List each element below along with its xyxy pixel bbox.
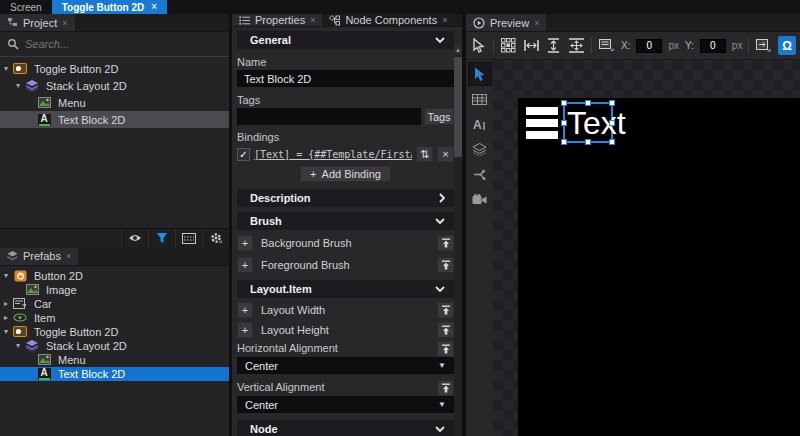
table-tool-button[interactable] [468,87,492,111]
prefab-item-menu[interactable]: Menu [0,353,229,367]
close-icon[interactable]: × [66,251,71,261]
expand-arrow-icon[interactable]: ▾ [0,327,12,336]
binding-priority-button[interactable]: ⇅ [416,146,433,162]
resize-handle-nw[interactable] [561,100,567,106]
add-binding-button[interactable]: + Add Binding [300,166,391,182]
tab-node-components[interactable]: Node Components × [322,14,454,26]
section-node[interactable]: Node [237,420,454,436]
add-layout-width-button[interactable]: + [237,302,253,318]
push-to-prefab-button[interactable] [437,235,454,251]
align-menu-button[interactable] [598,37,615,55]
resize-handle-sw[interactable] [561,139,567,145]
close-icon[interactable]: × [310,15,315,25]
prefab-item-button-2d[interactable]: ▾ Button 2D [0,269,229,283]
tree-item-label: Toggle Button 2D [34,63,118,75]
push-to-prefab-button[interactable] [437,257,454,273]
state-tool-button[interactable] [468,162,492,186]
resize-handle-n[interactable] [585,100,591,106]
close-icon[interactable]: × [62,18,67,28]
expand-arrow-icon[interactable]: ▾ [0,64,12,73]
y-coordinate-field[interactable] [700,39,726,53]
collapse-arrow-icon[interactable]: ▸ [0,313,12,322]
tree-item-stack-layout-2d[interactable]: ▾ Stack Layout 2D [0,77,229,94]
grid-snap-button[interactable] [500,37,517,55]
add-background-brush-button[interactable]: + [237,235,253,251]
prefab-item-toggle-button-2d[interactable]: ▾ Toggle Button 2D [0,325,229,339]
search-input[interactable] [25,38,222,50]
expand-arrow-icon[interactable]: ▾ [12,341,24,350]
section-layout-item[interactable]: Layout.Item [237,280,454,298]
tags-field[interactable] [237,108,421,125]
add-foreground-brush-button[interactable]: + [237,257,253,273]
camera-tool-button[interactable] [468,187,492,211]
prefab-item-stack-layout-2d[interactable]: ▾ Stack Layout 2D [0,339,229,353]
preview-viewport[interactable]: Text [493,60,800,436]
remove-binding-button[interactable]: × [437,146,454,162]
fit-both-button[interactable] [568,37,585,55]
scroll-up-icon[interactable]: ▲ [454,45,462,55]
upload-icon [441,344,451,354]
push-to-prefab-button[interactable] [437,341,454,357]
collapse-arrow-icon[interactable]: ▸ [0,299,12,308]
text-tool-button[interactable]: A [468,112,492,136]
prefab-item-item[interactable]: ▸ Item [0,311,229,325]
view-options-button[interactable] [175,229,202,248]
prefab-item-image[interactable]: Image [0,283,229,297]
layers-tool-button[interactable] [468,137,492,161]
resize-handle-w[interactable] [561,120,567,126]
expand-arrow-icon[interactable]: ▾ [12,81,24,90]
fit-height-button[interactable] [545,37,562,55]
push-to-prefab-button[interactable] [437,302,454,318]
section-brush[interactable]: Brush [237,212,454,230]
close-icon[interactable]: × [151,2,157,12]
add-layout-height-button[interactable]: + [237,322,253,338]
resize-handle-s[interactable] [585,139,591,145]
layout-bounds-button[interactable] [755,37,772,55]
resize-handle-e[interactable] [609,120,615,126]
tab-properties[interactable]: Properties × [232,14,322,26]
resize-handle-se[interactable] [609,139,615,145]
menu-image[interactable] [526,107,558,143]
close-icon[interactable]: × [534,18,539,28]
pick-tool-button[interactable] [470,37,487,55]
filter-button[interactable] [148,229,175,248]
tab-toggle-button-2d[interactable]: Toggle Button 2D × [52,0,167,14]
chevron-down-icon [435,218,445,224]
horizontal-alignment-select[interactable]: Center ▼ [237,357,454,374]
text-block-content[interactable]: Text [567,105,626,141]
prefab-item-text-block-2d-selected[interactable]: A Text Block 2D [0,367,229,381]
settings-button[interactable] [202,229,229,248]
image-icon [24,283,40,296]
select-tool-button[interactable] [468,62,492,86]
snap-magnet-button[interactable]: Ω [778,36,796,55]
tree-item-menu[interactable]: Menu [0,94,229,111]
tab-project[interactable]: Project × [0,14,75,31]
selection-box[interactable]: Text [563,102,613,143]
properties-scrollbar[interactable]: ▲ [454,45,462,436]
fit-width-button[interactable] [523,37,540,55]
scrollbar-thumb[interactable] [454,57,462,157]
expand-arrow-icon[interactable]: ▾ [0,271,12,280]
tree-item-text-block-2d-selected[interactable]: A Text Block 2D [0,111,229,128]
push-to-prefab-button[interactable] [437,322,454,338]
tab-screen[interactable]: Screen [0,0,52,14]
resize-handle-ne[interactable] [609,100,615,106]
push-to-prefab-button[interactable] [437,380,454,396]
prefab-item-car[interactable]: ▸ Car [0,297,229,311]
binding-checkbox[interactable]: ✓ [237,148,250,161]
preview-canvas[interactable]: Text [518,98,800,436]
close-icon[interactable]: × [442,15,447,25]
toggle-button-2d-icon [12,325,28,338]
tree-item-toggle-button-2d[interactable]: ▾ Toggle Button 2D [0,60,229,77]
section-general[interactable]: General [237,31,454,49]
tab-preview[interactable]: Preview × [466,14,546,31]
project-tree: ▾ Toggle Button 2D ▾ Stack Layout 2D Men… [0,57,229,228]
x-coordinate-field[interactable] [636,39,662,53]
tab-prefabs[interactable]: Prefabs × [0,248,78,265]
tags-button[interactable]: Tags [424,108,454,125]
vertical-alignment-select[interactable]: Center ▼ [237,396,454,413]
name-field[interactable] [237,70,454,87]
show-hidden-button[interactable] [121,229,148,248]
section-description[interactable]: Description [237,189,454,207]
binding-expression-link[interactable]: [Text] = {##Template/FirstAp [254,149,412,160]
